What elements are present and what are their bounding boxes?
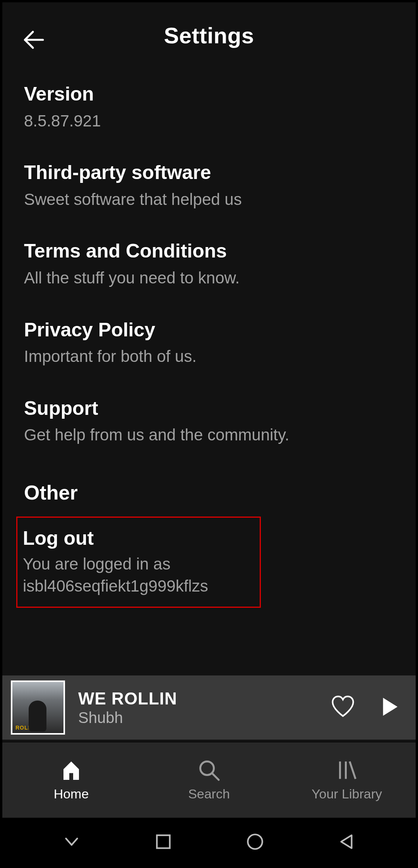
tab-label: Home bbox=[54, 786, 89, 801]
track-artist: Shubh bbox=[78, 709, 331, 726]
triangle-back-icon bbox=[337, 832, 356, 851]
circle-icon bbox=[245, 832, 265, 851]
setting-row-version[interactable]: Version 8.5.87.921 bbox=[24, 68, 394, 147]
svg-rect-5 bbox=[157, 835, 170, 848]
setting-sub: All the stuff you need to know. bbox=[24, 267, 394, 289]
back-arrow-icon bbox=[21, 28, 45, 52]
home-icon bbox=[60, 759, 83, 782]
settings-screen: Settings Version 8.5.87.921 Third-party … bbox=[0, 0, 418, 868]
setting-sub: Important for both of us. bbox=[24, 346, 394, 368]
setting-title: Support bbox=[24, 396, 394, 421]
like-button[interactable] bbox=[331, 694, 355, 721]
setting-sub: Sweet software that helped us bbox=[24, 189, 394, 211]
setting-title: Terms and Conditions bbox=[24, 239, 394, 263]
header: Settings bbox=[2, 2, 416, 68]
setting-sub: Get help from us and the community. bbox=[24, 424, 394, 446]
tab-bar: Home Search Your Library bbox=[2, 742, 416, 818]
system-nav-recents[interactable] bbox=[146, 832, 181, 851]
setting-title: Version bbox=[24, 82, 394, 106]
section-header-other: Other bbox=[24, 461, 394, 517]
system-nav-back[interactable] bbox=[329, 832, 364, 851]
play-icon bbox=[379, 696, 400, 718]
back-button[interactable] bbox=[19, 26, 46, 53]
now-playing-text: WE ROLLIN Shubh bbox=[78, 689, 331, 726]
tab-label: Your Library bbox=[312, 786, 382, 801]
system-nav-home[interactable] bbox=[238, 832, 272, 851]
tab-home[interactable]: Home bbox=[2, 742, 140, 818]
search-icon bbox=[197, 759, 221, 782]
setting-row-thirdparty[interactable]: Third-party software Sweet software that… bbox=[24, 147, 394, 225]
svg-point-6 bbox=[248, 834, 262, 849]
setting-sub: You are logged in as isbl406seqfiekt1g99… bbox=[23, 553, 254, 597]
settings-content: Version 8.5.87.921 Third-party software … bbox=[2, 68, 416, 675]
tab-library[interactable]: Your Library bbox=[278, 742, 416, 818]
svg-line-4 bbox=[350, 762, 356, 779]
album-label: ROLLIN bbox=[15, 725, 38, 731]
system-nav-bar bbox=[2, 818, 416, 866]
svg-line-1 bbox=[212, 774, 219, 780]
tab-search[interactable]: Search bbox=[140, 742, 278, 818]
system-nav-dropdown[interactable] bbox=[54, 832, 89, 851]
now-playing-actions bbox=[331, 694, 400, 721]
setting-row-privacy[interactable]: Privacy Policy Important for both of us. bbox=[24, 304, 394, 382]
chevron-down-icon bbox=[62, 832, 81, 851]
setting-value: 8.5.87.921 bbox=[24, 110, 394, 132]
setting-row-support[interactable]: Support Get help from us and the communi… bbox=[24, 382, 394, 461]
play-button[interactable] bbox=[379, 696, 400, 719]
setting-title: Third-party software bbox=[24, 160, 394, 185]
track-title: WE ROLLIN bbox=[78, 689, 331, 708]
library-icon bbox=[335, 759, 358, 782]
setting-row-terms[interactable]: Terms and Conditions All the stuff you n… bbox=[24, 225, 394, 304]
now-playing-bar[interactable]: ROLLIN WE ROLLIN Shubh bbox=[2, 675, 416, 740]
setting-title: Log out bbox=[23, 526, 254, 551]
album-art: ROLLIN bbox=[11, 680, 65, 735]
square-icon bbox=[154, 832, 173, 851]
setting-title: Privacy Policy bbox=[24, 318, 394, 342]
heart-icon bbox=[331, 694, 355, 719]
page-title: Settings bbox=[164, 22, 254, 48]
tab-label: Search bbox=[188, 786, 230, 801]
now-playing-container: ROLLIN WE ROLLIN Shubh bbox=[2, 675, 416, 742]
setting-row-logout[interactable]: Log out You are logged in as isbl406seqf… bbox=[16, 517, 261, 608]
